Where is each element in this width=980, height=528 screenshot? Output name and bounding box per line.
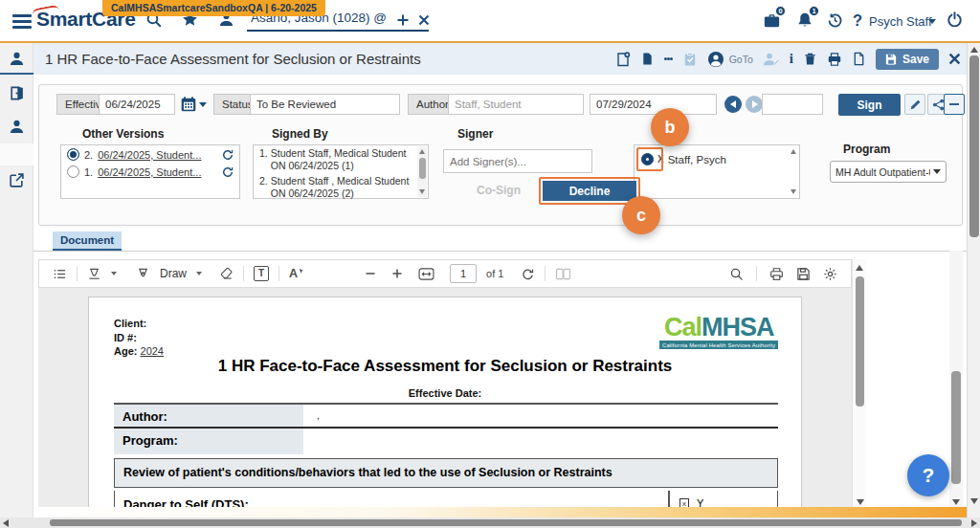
calendar-caret-icon[interactable] — [199, 102, 207, 107]
signed-by-item: 1. Student Staff, Medical Student ON 06/… — [254, 145, 428, 173]
goto-person-icon[interactable] — [707, 51, 724, 68]
client-tab-underline — [247, 30, 429, 32]
history-icon[interactable] — [827, 12, 843, 29]
edit-pencil-icon[interactable] — [904, 94, 925, 115]
smartcare-app: SmartCare CalMHSASmartcareSandboxQA | 6-… — [0, 0, 980, 528]
pdf-save-icon[interactable] — [796, 267, 811, 281]
close-client-tab-icon[interactable] — [418, 14, 430, 26]
scroll-down-icon[interactable] — [419, 189, 425, 194]
sidebar-item-door-icon[interactable] — [9, 85, 25, 101]
new-document-icon[interactable] — [615, 52, 631, 67]
next-version-icon[interactable] — [746, 96, 763, 113]
add-text-tool-icon[interactable]: A — [289, 267, 305, 280]
highlighter-caret-icon[interactable] — [111, 272, 117, 275]
scroll-right-icon[interactable] — [971, 519, 977, 527]
blank-document-icon[interactable] — [852, 52, 866, 66]
program-select[interactable]: MH Adult Outpatient-07/ — [830, 161, 947, 183]
app-scrollbar-thumb[interactable] — [969, 55, 979, 237]
top-header: SmartCare CalMHSASmartcareSandboxQA | 6-… — [0, 0, 980, 43]
version-radio-selected[interactable] — [67, 148, 79, 161]
tab-document[interactable]: Document — [53, 231, 122, 252]
open-new-client-tab-icon[interactable] — [396, 13, 410, 27]
signed-by-number: 1. — [259, 147, 268, 171]
signer-scrollbar[interactable] — [789, 146, 798, 197]
signed-by-scrollbar[interactable] — [417, 146, 427, 197]
calendar-icon[interactable] — [180, 96, 197, 113]
pdf-print-icon[interactable] — [769, 267, 784, 281]
draw-caret-icon[interactable] — [196, 272, 202, 275]
scroll-up-icon[interactable] — [791, 149, 796, 154]
print-icon[interactable] — [827, 52, 842, 67]
effective-date-input[interactable] — [99, 94, 175, 115]
logout-power-icon[interactable] — [947, 11, 963, 28]
version-link[interactable]: 06/24/2025, Student... — [98, 166, 201, 178]
fit-width-icon[interactable] — [418, 268, 434, 280]
app-scroll-down-icon[interactable] — [970, 498, 978, 504]
title-bar-actions: GoTo i Save — [615, 43, 961, 75]
version-link[interactable]: 06/24/2025, Student... — [98, 149, 201, 161]
save-button[interactable]: Save — [876, 49, 939, 70]
scroll-up-icon[interactable] — [419, 149, 425, 154]
refresh-icon[interactable] — [222, 166, 234, 178]
age-label: Age: — [114, 345, 137, 357]
highlighter-icon[interactable] — [87, 267, 101, 281]
pdf-search-icon[interactable] — [729, 267, 744, 281]
page-title: 1 HR Face-to-Face Assessment for Seclusi… — [45, 43, 421, 75]
refresh-icon[interactable] — [222, 149, 234, 161]
page-view-icon[interactable] — [555, 268, 571, 280]
help-fab-button[interactable]: ? — [907, 454, 949, 496]
version-item[interactable]: 1. 06/24/2025, Student... — [61, 163, 239, 180]
version-radio[interactable] — [67, 165, 79, 178]
document-icon[interactable] — [640, 52, 655, 66]
sign-button[interactable]: Sign — [838, 94, 901, 116]
draw-pen-icon[interactable] — [136, 267, 150, 281]
horizontal-scrollbar-thumb[interactable] — [50, 519, 962, 526]
goto-label[interactable]: GoTo — [729, 54, 753, 65]
delete-trash-icon[interactable] — [803, 52, 817, 66]
more-options-icon[interactable] — [664, 55, 673, 61]
help-icon[interactable]: ? — [853, 11, 862, 30]
role-dropdown[interactable]: Psych Staff — [869, 14, 932, 29]
pdf-settings-gear-icon[interactable] — [823, 267, 837, 281]
app-vertical-scrollbar[interactable] — [967, 43, 980, 517]
cosign-button[interactable]: Co-Sign — [472, 181, 525, 200]
sidebar-item-external-link-icon[interactable] — [9, 172, 25, 188]
sidebar-item-client[interactable] — [9, 51, 25, 67]
pdf-scroll-down-icon[interactable] — [857, 499, 864, 505]
content-scrollbar-thumb[interactable] — [951, 371, 961, 484]
previous-version-icon[interactable] — [724, 96, 742, 113]
info-icon[interactable]: i — [790, 51, 793, 67]
content-scroll-down-icon[interactable] — [952, 499, 960, 505]
eraser-icon[interactable] — [219, 267, 234, 281]
extra-field[interactable] — [762, 94, 823, 115]
page-number-input[interactable] — [450, 264, 477, 283]
clipboard-icon[interactable] — [682, 52, 698, 67]
app-scroll-up-icon[interactable] — [970, 47, 978, 53]
pdf-scrollbar[interactable] — [852, 259, 866, 511]
briefcase-count-badge: 0 — [775, 6, 786, 16]
pdf-scrollbar-thumb[interactable] — [856, 276, 864, 407]
horizontal-scrollbar[interactable] — [0, 517, 980, 528]
menu-icon[interactable] — [12, 14, 32, 32]
scrollbar-thumb[interactable] — [419, 158, 426, 179]
add-signer-input[interactable] — [443, 149, 592, 173]
signer-heading: Signer — [457, 127, 493, 141]
scroll-left-icon[interactable] — [3, 519, 9, 527]
draw-label[interactable]: Draw — [160, 267, 187, 280]
scroll-down-icon[interactable] — [791, 189, 796, 194]
close-document-icon[interactable] — [948, 53, 961, 65]
version-item[interactable]: 2. 06/24/2025, Student... — [61, 145, 239, 163]
pdf-scroll-up-icon[interactable] — [856, 265, 863, 271]
rotate-icon[interactable] — [521, 267, 535, 281]
zoom-out-icon[interactable] — [365, 268, 376, 279]
signed-by-text: Student Staff , Medical Student ON 06/24… — [271, 175, 416, 199]
logo-tagline: California Mental Health Services Author… — [659, 341, 778, 349]
collapse-minus-icon[interactable] — [944, 94, 965, 115]
thumbnails-list-icon[interactable] — [53, 267, 67, 281]
text-box-tool-icon[interactable]: T — [254, 266, 269, 281]
zoom-in-icon[interactable] — [391, 268, 403, 279]
content-scrollbar[interactable] — [949, 251, 963, 511]
id-label: ID #: — [114, 331, 164, 345]
assign-person-edit-icon[interactable] — [763, 52, 780, 67]
sidebar-item-person-icon[interactable] — [9, 119, 25, 135]
